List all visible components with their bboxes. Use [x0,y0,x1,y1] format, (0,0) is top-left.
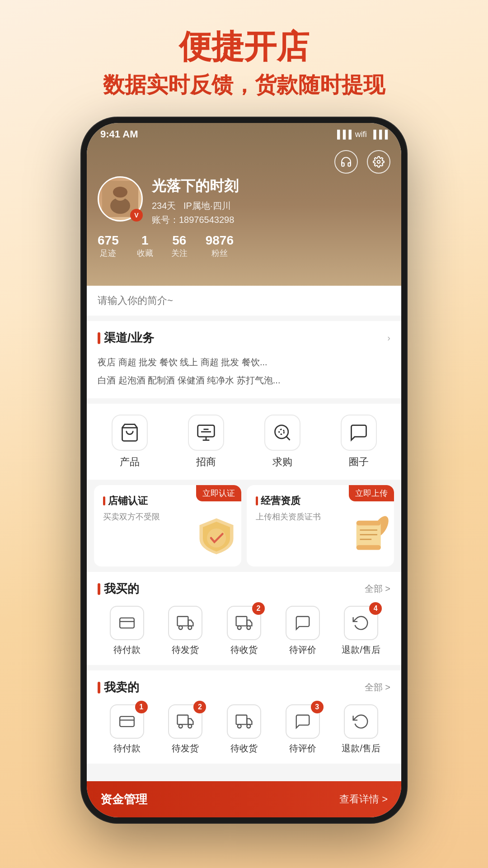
phone-content: 渠道/业务 › 夜店 商超 批发 餐饮 线上 商超 批发 餐饮... 白酒 起泡… [87,286,401,781]
sales-all-link[interactable]: 全部 > [365,681,390,693]
sales-refund-icon [344,704,378,739]
business-cert-badge[interactable]: 立即上传 [349,485,394,501]
svg-point-24 [238,626,241,629]
circle-icon [341,415,377,451]
business-cert-icon [349,515,389,562]
store-cert-badge[interactable]: 立即认证 [196,485,241,501]
settings-button[interactable] [367,150,390,174]
battery-icon: ▐▐▐ [371,130,388,139]
svg-point-22 [188,626,192,629]
phone-screen: 9:41 AM ▐▐▐ wifi ▐▐▐ [87,123,401,817]
investment-icon [188,415,224,451]
purchase-pending-payment[interactable]: 待付款 [102,606,152,656]
purchase-pending-ship[interactable]: 待发货 [160,606,210,656]
sales-ship-badge: 2 [193,701,206,713]
certification-row: 立即认证 店铺认证 买卖双方不受限 [87,485,401,566]
svg-point-10 [207,528,226,547]
channel-title: 渠道/业务 [98,330,154,346]
quick-action-circle[interactable]: 圈子 [336,415,381,469]
profile-text: 光落下的时刻 234天 IP属地·四川 账号：18976543298 [152,176,239,226]
store-cert-card[interactable]: 立即认证 店铺认证 买卖双方不受限 [94,485,241,566]
svg-rect-26 [120,717,134,726]
svg-point-21 [179,626,183,629]
stat-fans[interactable]: 9876 粉丝 [206,233,234,259]
channel-chevron[interactable]: › [387,333,390,343]
sales-review-icon: 3 [286,704,320,739]
purchase-pending-receive[interactable]: 2 待收货 [219,606,269,656]
cert-bar2 [256,496,258,505]
my-purchases-section: 我买的 全部 > 待付款 [87,572,401,665]
profile-name: 光落下的时刻 [152,176,239,196]
circle-label: 圈子 [349,455,369,469]
sales-title: 我卖的 [98,679,139,695]
sales-pay-badge: 1 [135,701,148,713]
channel-title-bar [98,332,100,344]
stat-following[interactable]: 56 关注 [171,233,188,259]
svg-rect-14 [357,545,381,550]
bio-section[interactable] [87,286,401,316]
sales-pending-review[interactable]: 3 待评价 [278,704,328,755]
sales-refund[interactable]: 退款/售后 [336,704,386,755]
header-icons [334,150,390,174]
purchases-header: 我买的 全部 > [98,581,390,597]
svg-point-29 [179,724,183,728]
bottom-bar: 资金管理 查看详情 > [87,781,401,817]
svg-line-8 [286,437,290,440]
phone-mockup: 9:41 AM ▐▐▐ wifi ▐▐▐ [81,118,407,823]
profile-account: 账号：18976543298 [152,214,239,226]
sales-pending-ship[interactable]: 2 待发货 [160,704,210,755]
business-cert-card[interactable]: 立即上传 经营资质 上传相关资质证书 [247,485,394,566]
bottom-bar-link[interactable]: 查看详情 > [339,793,388,806]
profile-header: 9:41 AM ▐▐▐ wifi ▐▐▐ [87,123,401,286]
profile-meta-days: 234天 IP属地·四川 [152,200,239,212]
sales-pending-payment[interactable]: 1 待付款 [102,704,152,755]
quick-actions: 产品 招商 [87,404,401,480]
bio-input[interactable] [98,295,390,307]
sales-pending-receive[interactable]: 待收货 [219,704,269,755]
svg-rect-20 [178,617,188,626]
wifi-icon: wifi [355,130,367,139]
stat-favorites[interactable]: 1 收藏 [137,233,153,259]
svg-rect-23 [236,617,247,626]
svg-point-0 [377,160,380,164]
bottom-bar-title: 资金管理 [100,792,147,807]
svg-rect-18 [120,618,134,628]
headset-button[interactable] [334,150,358,174]
purchases-all-link[interactable]: 全部 > [365,583,390,595]
sales-ship-icon: 2 [168,704,202,739]
sales-header: 我卖的 全部 > [98,679,390,695]
stat-footprint[interactable]: 675 足迹 [98,233,119,259]
v-badge: V [130,209,143,222]
purchase-icon [264,415,300,451]
quick-action-purchase[interactable]: 求购 [260,415,305,469]
sales-pay-icon: 1 [110,704,144,739]
svg-rect-13 [357,521,381,525]
svg-rect-31 [236,715,247,725]
avatar-wrap: V [98,176,143,222]
quick-action-products[interactable]: 产品 [107,415,152,469]
channel-header: 渠道/业务 › [98,330,390,346]
purchase-refund[interactable]: 4 退款/售后 [336,606,386,656]
products-icon [112,415,148,451]
svg-point-30 [188,724,192,728]
svg-rect-6 [197,425,214,437]
refund-icon: 4 [344,606,378,640]
svg-point-33 [247,724,250,728]
page-title: 便捷开店 [0,27,488,66]
quick-action-investment[interactable]: 招商 [183,415,229,469]
pending-review-icon [286,606,320,640]
pending-receive-icon: 2 [227,606,261,640]
purchases-icons: 待付款 待发货 [98,606,390,656]
investment-label: 招商 [196,455,216,469]
store-cert-icon [196,515,237,562]
status-bar: 9:41 AM ▐▐▐ wifi ▐▐▐ [87,123,401,146]
purchases-title: 我买的 [98,581,139,597]
purchase-label: 求购 [272,455,292,469]
refund-badge: 4 [369,602,382,615]
signal-icon: ▐▐▐ [334,130,351,139]
status-time: 9:41 AM [100,128,138,140]
profile-info: V 光落下的时刻 234天 IP属地·四川 账号：18976543298 [98,176,390,259]
purchase-pending-review[interactable]: 待评价 [278,606,328,656]
status-icons: ▐▐▐ wifi ▐▐▐ [334,130,388,139]
svg-rect-28 [178,715,188,725]
